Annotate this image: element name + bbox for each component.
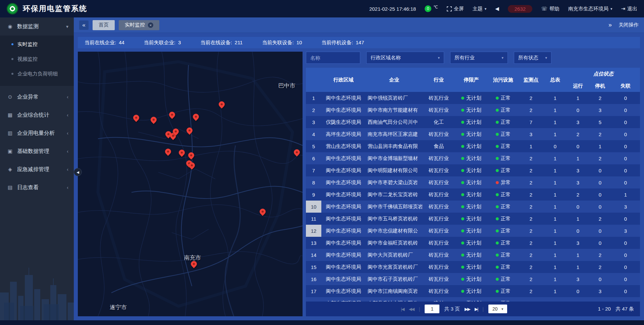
cell-limit: 无计划 xyxy=(455,140,488,152)
close-operations-button[interactable]: 关闭操作 xyxy=(619,22,639,28)
map-pin[interactable] xyxy=(132,114,140,122)
map-pin[interactable] xyxy=(164,148,172,156)
temperature-unit: ℃ xyxy=(433,5,438,9)
region-select[interactable]: 行政区域名称 ▾ xyxy=(366,52,444,64)
app-title: 环保用电监管系统 xyxy=(23,4,87,14)
col-lost: 失联 xyxy=(611,80,640,92)
org-dropdown[interactable]: 南充市生态环境局 ▾ xyxy=(568,6,612,12)
cell-meters: 1 xyxy=(543,261,567,273)
sidebar-collapse-handle[interactable]: ◀ xyxy=(74,168,82,176)
stat-item: 当前停机设备: 147 xyxy=(321,40,364,46)
table-row[interactable]: 11 阆中生态环境局 阆中市五马桥页岩机砖 砖瓦行业 无计划 正 xyxy=(306,213,640,225)
page-number-input[interactable] xyxy=(425,305,439,313)
emergency-icon: ◈ xyxy=(7,166,13,172)
cell-company: 阆中强锐页岩砖厂 xyxy=(366,92,423,104)
sidebar-item-video-monitor[interactable]: 视频监控 xyxy=(0,52,74,66)
col-company: 企业 xyxy=(366,68,423,92)
sidebar-item-power-load-detail[interactable]: 企业电力负荷明细 xyxy=(0,66,74,81)
cell-run: 1 xyxy=(567,261,589,273)
table-row[interactable]: 14 阆中生态环境局 阆中大兴页岩机砖厂 砖瓦行业 无计划 正常 xyxy=(306,249,640,261)
tab-bar: « 首页 实时监控 × » 关闭操作 xyxy=(74,17,644,33)
cell-points: 2 xyxy=(519,213,543,225)
map-pin[interactable] xyxy=(187,151,196,159)
table-row[interactable]: 7 阆中生态环境局 阆中明阳建材有限公司 砖瓦行业 无计划 正常 xyxy=(306,164,640,176)
speaker-button[interactable]: ◀ xyxy=(495,6,499,12)
table-row[interactable]: 15 阆中生态环境局 阆中市光富页岩机砖厂 砖瓦行业 无计划 正 xyxy=(306,261,640,273)
alert-count-badge[interactable]: 2632 xyxy=(508,5,532,13)
skyline-decoration xyxy=(0,262,74,320)
last-page-button[interactable]: ▶| xyxy=(475,307,478,312)
table-row[interactable]: 17 阆中生态环境局 阆中市江南镇阆南页岩 砖瓦行业 无计划 正 xyxy=(306,285,640,297)
cell-lost: 0 xyxy=(611,285,640,297)
cell-industry: 砖瓦行业 xyxy=(423,285,455,297)
tab-home[interactable]: 首页 xyxy=(93,20,115,30)
cell-lost: 0 xyxy=(611,213,640,225)
cell-run: 1 xyxy=(567,152,589,164)
cell-facility: 正常 xyxy=(488,225,519,237)
cell-index: 4 xyxy=(306,128,321,140)
map-pin[interactable] xyxy=(177,148,186,157)
status-select[interactable]: 所有状态 ▾ xyxy=(514,52,551,64)
map-pin[interactable] xyxy=(150,115,158,124)
table-row[interactable]: 8 阆中生态环境局 阆中市枣碧大梁山页岩 砖瓦行业 无计划 异常 xyxy=(306,176,640,188)
help-button[interactable]: ☏ 帮助 xyxy=(541,6,559,12)
logout-button[interactable]: ⇥ 退出 xyxy=(621,6,637,12)
sidebar-item-realtime-monitor[interactable]: 实时监控 xyxy=(0,37,74,52)
sidebar-group-logs[interactable]: ▤ 日志查看 ‹ xyxy=(0,178,74,197)
status-dot xyxy=(496,193,499,196)
log-icon: ▤ xyxy=(7,184,13,191)
map-pin[interactable] xyxy=(185,126,194,135)
table-row[interactable]: 9 阆中生态环境局 阆中市二龙长宝页岩砖 砖瓦行业 无计划 正常 xyxy=(306,188,640,201)
sidebar-group-power-analysis[interactable]: ▥ 企业用电量分析 ‹ xyxy=(0,124,74,142)
sidebar-group-data-monitor[interactable]: ◉ 数据监测 ▾ xyxy=(0,17,74,36)
sidebar-group-emergency[interactable]: ◈ 应急减排管理 ‹ xyxy=(0,160,74,178)
map-pin[interactable] xyxy=(292,148,301,156)
sidebar-group-base-data[interactable]: ▣ 基础数据管理 ‹ xyxy=(0,142,74,160)
table-row[interactable]: 6 阆中生态环境局 阆中市金博瑞新型墙材 砖瓦行业 无计划 正常 xyxy=(306,152,640,164)
cell-region: 阆中生态环境局 xyxy=(321,176,366,188)
table-row[interactable]: 13 阆中生态环境局 阆中市金福旺页岩机砖 砖瓦行业 无计划 正 xyxy=(306,237,640,249)
next-page-button[interactable]: ▶▶ xyxy=(465,307,470,312)
industry-select[interactable]: 所有行业 ▾ xyxy=(450,52,508,64)
table-row[interactable]: 5 营山生态环境局 营山县润丰肉食品有限 食品 无计划 正常 xyxy=(306,140,640,152)
table-row[interactable]: 3 仪陇生态环境局 西南油气田分公司川中 化工 无计划 正常 xyxy=(306,116,640,128)
table-row[interactable]: 18 南部生态环境局 南部县升钟水泥有限公 建材 无计划 正常 xyxy=(306,297,640,302)
fullscreen-button[interactable]: 全屏 xyxy=(447,6,464,12)
map-pin[interactable] xyxy=(168,110,176,119)
table-row[interactable]: 16 阆中生态环境局 阆中市石子页岩机砖厂 砖瓦行业 无计划 正 xyxy=(306,273,640,285)
tabs-scroll-left-button[interactable]: « xyxy=(79,20,89,30)
map-pin[interactable] xyxy=(259,207,267,216)
page-size-select[interactable]: 20 ▾ xyxy=(488,305,507,313)
tab-realtime-monitor[interactable]: 实时监控 × xyxy=(119,20,159,30)
table-row[interactable]: 12 阆中生态环境局 阆中市忠信建材有限公 砖瓦行业 无计划 正 xyxy=(306,225,640,237)
map-pin[interactable] xyxy=(217,100,226,108)
table-row[interactable]: 1 阆中生态环境局 阆中强锐页岩砖厂 砖瓦行业 无计划 正常 xyxy=(306,92,640,104)
map-pin[interactable] xyxy=(192,112,200,121)
sidebar-group-enterprise-anomaly[interactable]: ⊙ 企业异常 ‹ xyxy=(0,88,74,106)
cell-run: 0 xyxy=(567,297,589,302)
name-search-input[interactable] xyxy=(306,52,360,64)
status-dot xyxy=(496,290,499,293)
map[interactable]: 巴中市 南充市 遂宁市 xyxy=(78,52,303,316)
cell-lost: 0 xyxy=(611,92,640,104)
cell-facility: 正常 xyxy=(488,152,519,164)
table-row[interactable]: 4 高坪生态环境局 南充市高坪区王家店建 砖瓦行业 无计划 正常 xyxy=(306,128,640,140)
tabs-scroll-right-button[interactable]: » xyxy=(608,21,612,29)
table-row[interactable]: 10 阆中生态环境局 阆中市千佛镇五郎垭页岩 砖瓦行业 无计划 xyxy=(306,201,640,213)
sidebar-group-enterprise-stats[interactable]: ▦ 企业综合统计 ‹ xyxy=(0,106,74,124)
status-dot xyxy=(496,254,499,257)
prev-page-button[interactable]: ◀◀ xyxy=(409,307,414,312)
col-group-point-status: 点位状态 xyxy=(567,68,640,80)
cell-facility: 异常 xyxy=(488,176,519,188)
cell-run: 1 xyxy=(567,249,589,261)
theme-dropdown[interactable]: 主题 ▾ xyxy=(473,6,487,12)
cell-company: 阆中大兴页岩机砖厂 xyxy=(366,249,423,261)
first-page-button[interactable]: |◀ xyxy=(401,307,404,312)
table-row[interactable]: 2 阆中生态环境局 阆中市南方节能建材有 砖瓦行业 无计划 正常 xyxy=(306,104,640,116)
cell-region: 仪陇生态环境局 xyxy=(321,116,366,128)
cell-company: 阆中市金福旺页岩机砖 xyxy=(366,237,423,249)
close-tab-icon[interactable]: × xyxy=(148,22,153,28)
cell-limit: 无计划 xyxy=(455,237,488,249)
cell-meters: 1 xyxy=(543,297,567,302)
map-pin[interactable] xyxy=(190,260,198,268)
